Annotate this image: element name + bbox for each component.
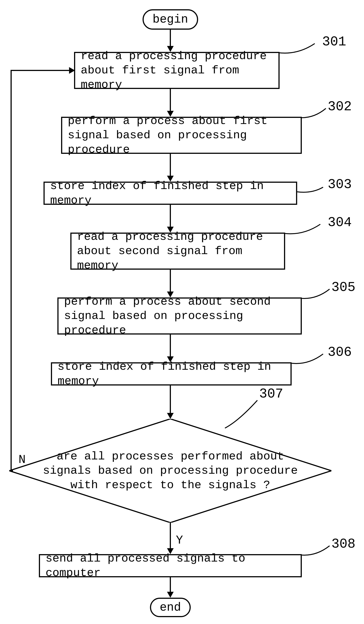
process-step-303: store index of finished step in memory bbox=[44, 182, 297, 205]
terminator-end: end bbox=[150, 598, 191, 617]
leader-305 bbox=[302, 287, 335, 302]
process-step-301-text: read a processing procedure about first … bbox=[75, 49, 278, 92]
leader-301 bbox=[280, 42, 324, 56]
arrow-306-307 bbox=[165, 386, 176, 419]
process-step-306: store index of finished step in memory bbox=[51, 362, 291, 386]
svg-marker-13 bbox=[167, 413, 174, 419]
arrow-302-303 bbox=[165, 154, 176, 182]
leader-303 bbox=[297, 185, 329, 198]
leader-302 bbox=[302, 106, 331, 121]
label-no: N bbox=[19, 453, 25, 467]
arrow-301-302 bbox=[165, 89, 176, 117]
process-step-304: read a processing procedure about second… bbox=[70, 233, 285, 270]
process-step-305-text: perform a process about second signal ba… bbox=[58, 294, 301, 338]
process-step-303-text: store index of finished step in memory bbox=[45, 179, 296, 208]
flowchart-canvas: begin read a processing procedure about … bbox=[0, 0, 364, 624]
arrow-307-308 bbox=[165, 523, 176, 554]
terminator-begin: begin bbox=[143, 9, 198, 30]
terminator-end-text: end bbox=[160, 601, 181, 614]
label-303: 303 bbox=[328, 177, 352, 192]
arrow-305-306 bbox=[165, 335, 176, 362]
process-step-305: perform a process about second signal ba… bbox=[57, 297, 302, 335]
svg-marker-20 bbox=[167, 592, 174, 598]
decision-step-307: are all processes performed about signal… bbox=[9, 419, 331, 523]
terminator-begin-text: begin bbox=[153, 13, 188, 26]
arrow-308-end bbox=[165, 577, 176, 598]
process-step-306-text: store index of finished step in memory bbox=[52, 360, 291, 388]
process-step-304-text: read a processing procedure about second… bbox=[72, 230, 284, 273]
label-304: 304 bbox=[328, 215, 352, 230]
label-307: 307 bbox=[259, 386, 283, 402]
arrow-begin-301 bbox=[165, 30, 176, 52]
arrow-304-305 bbox=[165, 270, 176, 297]
label-yes: Y bbox=[176, 534, 183, 547]
label-301: 301 bbox=[322, 34, 346, 50]
leader-308 bbox=[302, 544, 335, 559]
leader-306 bbox=[291, 352, 329, 367]
arrow-303-304 bbox=[165, 205, 176, 233]
decision-step-307-text: are all processes performed about signal… bbox=[43, 449, 298, 493]
process-step-308-text: send all processed signals to computer bbox=[40, 551, 301, 580]
label-302: 302 bbox=[328, 99, 352, 114]
leader-304 bbox=[285, 222, 328, 237]
label-308: 308 bbox=[331, 537, 356, 552]
process-step-302: perform a process about first signal bas… bbox=[61, 117, 302, 154]
label-305: 305 bbox=[331, 280, 356, 295]
label-306: 306 bbox=[328, 345, 352, 360]
process-step-308: send all processed signals to computer bbox=[39, 554, 302, 577]
process-step-302-text: perform a process about first signal bas… bbox=[62, 114, 301, 157]
process-step-301: read a processing procedure about first … bbox=[74, 52, 280, 89]
